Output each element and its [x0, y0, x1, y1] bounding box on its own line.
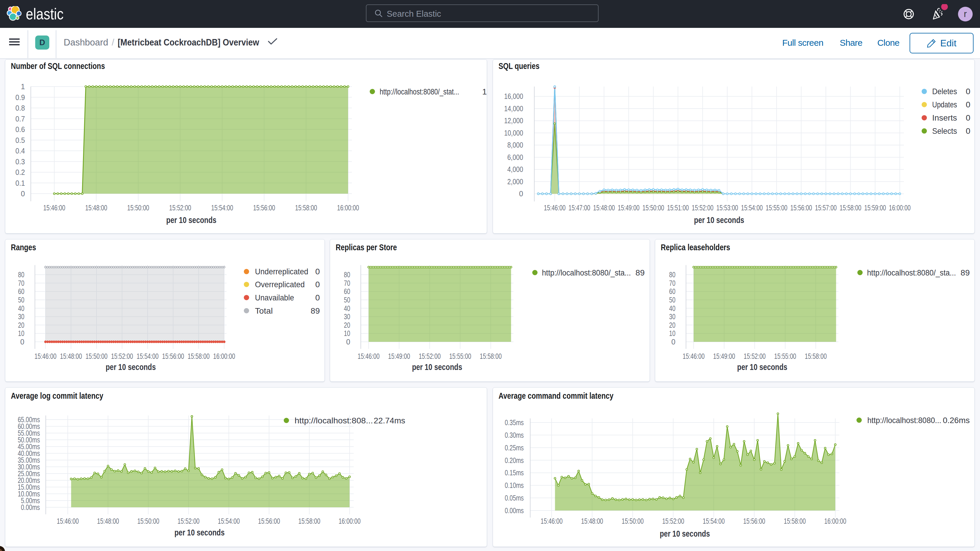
- svg-text:15:46:00: 15:46:00: [43, 204, 65, 212]
- svg-text:0.30ms: 0.30ms: [505, 431, 524, 439]
- svg-text:15:51:00: 15:51:00: [667, 204, 689, 212]
- svg-text:0: 0: [315, 293, 320, 302]
- svg-text:15:52:00: 15:52:00: [419, 352, 441, 360]
- svg-text:15:50:00: 15:50:00: [86, 352, 108, 360]
- svg-text:0.15ms: 0.15ms: [505, 468, 524, 477]
- svg-text:0.1: 0.1: [16, 179, 25, 187]
- svg-text:Inserts: Inserts: [932, 113, 957, 123]
- svg-text:0: 0: [966, 113, 970, 123]
- svg-text:15:56:00: 15:56:00: [743, 517, 765, 525]
- svg-text:15:52:00: 15:52:00: [111, 352, 133, 360]
- svg-text:0.26ms: 0.26ms: [943, 416, 970, 425]
- svg-text:15:53:00: 15:53:00: [716, 204, 738, 212]
- svg-text:15:48:00: 15:48:00: [581, 517, 603, 525]
- svg-text:0.20ms: 0.20ms: [505, 456, 524, 465]
- svg-text:0: 0: [20, 338, 24, 346]
- svg-text:0.7: 0.7: [16, 115, 25, 123]
- svg-text:15:58:00: 15:58:00: [840, 204, 861, 212]
- svg-text:0.35ms: 0.35ms: [505, 418, 524, 427]
- svg-text:15:46:00: 15:46:00: [544, 204, 566, 212]
- svg-text:15:56:00: 15:56:00: [258, 517, 280, 525]
- svg-text:15:48:00: 15:48:00: [60, 352, 82, 360]
- svg-text:15:55:00: 15:55:00: [766, 204, 788, 212]
- svg-text:Deletes: Deletes: [932, 87, 957, 96]
- svg-text:15:49:00: 15:49:00: [713, 352, 735, 360]
- svg-text:15:46:00: 15:46:00: [57, 517, 79, 525]
- svg-text:60: 60: [344, 287, 350, 295]
- svg-text:1: 1: [21, 83, 25, 91]
- svg-text:http://localhost:808...: http://localhost:808...: [294, 416, 373, 425]
- svg-text:15:48:00: 15:48:00: [97, 517, 119, 525]
- svg-text:10: 10: [344, 329, 350, 338]
- svg-text:http://localhost:8080/_sta...: http://localhost:8080/_sta...: [542, 268, 631, 277]
- svg-text:0.05ms: 0.05ms: [505, 494, 524, 502]
- svg-text:30: 30: [344, 312, 350, 321]
- svg-text:0.3: 0.3: [16, 158, 25, 166]
- svg-text:15:58:00: 15:58:00: [295, 204, 317, 212]
- svg-text:http://localhost:8080/_stat...: http://localhost:8080/_stat...: [380, 87, 459, 96]
- svg-text:15:52:00: 15:52:00: [662, 517, 684, 525]
- svg-text:Unavailable: Unavailable: [255, 293, 294, 302]
- svg-text:15:55:00: 15:55:00: [449, 352, 471, 360]
- svg-text:15:47:00: 15:47:00: [569, 204, 590, 212]
- svg-text:0: 0: [21, 190, 25, 198]
- svg-text:15:46:00: 15:46:00: [541, 517, 563, 525]
- svg-text:65.00ms: 65.00ms: [18, 416, 40, 424]
- svg-text:per 10 seconds: per 10 seconds: [412, 362, 462, 372]
- svg-text:10,000: 10,000: [504, 129, 523, 137]
- svg-text:2,000: 2,000: [508, 177, 523, 186]
- svg-text:15:56:00: 15:56:00: [791, 204, 812, 212]
- svg-text:15:49:00: 15:49:00: [618, 204, 640, 212]
- svg-text:0: 0: [671, 338, 675, 346]
- svg-text:15:50:00: 15:50:00: [643, 204, 664, 212]
- svg-text:per 10 seconds: per 10 seconds: [106, 362, 156, 372]
- svg-text:Underreplicated: Underreplicated: [255, 267, 309, 276]
- svg-text:10: 10: [18, 329, 24, 338]
- svg-text:89: 89: [961, 268, 970, 277]
- svg-text:0: 0: [315, 267, 320, 276]
- svg-text:per 10 seconds: per 10 seconds: [694, 215, 744, 225]
- svg-text:70: 70: [669, 279, 675, 287]
- svg-text:30: 30: [18, 312, 24, 321]
- svg-text:15:58:00: 15:58:00: [805, 352, 827, 360]
- svg-text:per 10 seconds: per 10 seconds: [175, 528, 225, 537]
- svg-text:70: 70: [18, 279, 24, 287]
- svg-text:http://localhost:8080...: http://localhost:8080...: [867, 416, 941, 425]
- svg-text:60: 60: [669, 287, 675, 295]
- svg-text:15:55:00: 15:55:00: [774, 352, 796, 360]
- svg-text:15:57:00: 15:57:00: [815, 204, 837, 212]
- svg-text:15:50:00: 15:50:00: [137, 517, 159, 525]
- svg-text:15:46:00: 15:46:00: [35, 352, 57, 360]
- svg-text:15:50:00: 15:50:00: [127, 204, 150, 212]
- svg-text:16:00:00: 16:00:00: [889, 204, 911, 212]
- svg-text:per 10 seconds: per 10 seconds: [166, 215, 216, 225]
- svg-text:40: 40: [18, 304, 24, 312]
- svg-text:0.9: 0.9: [16, 93, 25, 102]
- svg-text:12,000: 12,000: [504, 116, 523, 125]
- svg-text:0.6: 0.6: [16, 125, 25, 134]
- svg-text:80: 80: [669, 271, 675, 279]
- svg-text:14,000: 14,000: [504, 104, 523, 113]
- svg-text:15:46:00: 15:46:00: [358, 352, 380, 360]
- svg-text:0: 0: [966, 100, 970, 109]
- svg-text:89: 89: [311, 306, 320, 315]
- svg-text:16,000: 16,000: [504, 92, 523, 100]
- svg-text:15:50:00: 15:50:00: [622, 517, 644, 525]
- svg-text:15:58:00: 15:58:00: [298, 517, 320, 525]
- svg-text:80: 80: [18, 271, 24, 279]
- svg-text:20: 20: [669, 321, 675, 329]
- svg-text:50: 50: [18, 296, 24, 304]
- svg-text:15:49:00: 15:49:00: [388, 352, 410, 360]
- svg-text:Updates: Updates: [932, 100, 957, 109]
- svg-text:16:00:00: 16:00:00: [337, 204, 359, 212]
- svg-text:15:58:00: 15:58:00: [480, 352, 502, 360]
- svg-text:15:52:00: 15:52:00: [169, 204, 191, 212]
- svg-text:8,000: 8,000: [508, 141, 523, 149]
- svg-text:80: 80: [344, 271, 350, 279]
- svg-text:6,000: 6,000: [508, 153, 523, 161]
- svg-text:20: 20: [344, 321, 350, 329]
- svg-text:50: 50: [344, 296, 350, 304]
- svg-text:15:46:00: 15:46:00: [683, 352, 705, 360]
- svg-text:Selects: Selects: [932, 126, 957, 135]
- svg-text:per 10 seconds: per 10 seconds: [737, 362, 787, 372]
